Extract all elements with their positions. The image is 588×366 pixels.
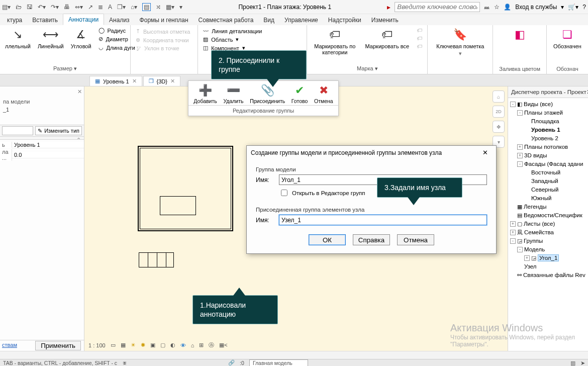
tree-node-20[interactable]: ⚯Связанные файлы Rev [510, 271, 587, 280]
ok-button[interactable]: ОК [309, 234, 346, 245]
menu-tab-9[interactable]: Изменить [366, 15, 404, 25]
tree-node-18[interactable]: +◲Угол_1 [510, 254, 587, 262]
tree-node-10[interactable]: Северный [510, 186, 587, 194]
tree-node-17[interactable]: -Модель [510, 245, 587, 254]
region[interactable]: ▨Область ▾ [203, 36, 302, 43]
expand-icon[interactable]: - [517, 247, 523, 252]
save-icon[interactable]: 🖫 [27, 4, 33, 11]
edit-type-button[interactable]: ✎Изменить тип [35, 126, 82, 135]
detail-group-name-input[interactable] [279, 215, 487, 225]
group-tool-Добавить[interactable]: ➕Добавить [192, 84, 218, 104]
infocenter-icon[interactable]: ⅏ [484, 4, 490, 11]
view-tab-0[interactable]: ▦Уровень 1✕ [89, 76, 142, 86]
close-tab-icon[interactable]: ✕ [132, 78, 137, 84]
tree-node-8[interactable]: Восточный [510, 168, 587, 177]
app-menu-icon[interactable]: ▤▾ [2, 4, 11, 11]
group-tool-Отмена[interactable]: ✖Отмена [313, 84, 334, 104]
customize-qat-icon[interactable]: ▾ [179, 4, 182, 11]
expand-icon[interactable]: + [524, 255, 530, 261]
sun-path-icon[interactable]: ☀ [131, 342, 136, 348]
print-icon[interactable]: 🖶 [64, 4, 70, 11]
expand-icon[interactable]: - [510, 238, 516, 244]
tree-node-5[interactable]: +Планы потолков [510, 143, 587, 151]
help-button[interactable]: Справка [353, 234, 390, 245]
dim-caption[interactable]: Размер ▾ [5, 64, 125, 74]
tag-by-category[interactable]: 🏷Маркировать по категории [312, 27, 357, 55]
open-editor-check[interactable] [281, 190, 287, 196]
menu-tab-1[interactable]: Вставить [27, 15, 63, 25]
reveal-constraints-icon[interactable]: ⊞ [199, 342, 204, 348]
align-icon[interactable]: ↗ [88, 4, 93, 11]
menu-tab-3[interactable]: Анализ [104, 15, 135, 25]
temp-hide-icon[interactable]: ◐ [170, 342, 175, 348]
dim-arc[interactable]: ◡Длина дуги [99, 44, 135, 51]
keynote[interactable]: 🔖Ключевая пометка▾ [433, 27, 487, 57]
tree-node-9[interactable]: Западный [510, 177, 587, 186]
symbol[interactable]: ❏Обозначен [552, 27, 583, 49]
highlight-icon[interactable]: ▦< [219, 342, 227, 348]
apply-button[interactable]: Применить [35, 341, 81, 350]
tree-node-7[interactable]: -Фасады (Фасад здани [510, 160, 587, 168]
analytical-icon[interactable]: ⓐ [209, 341, 214, 349]
nav-home-icon[interactable]: ⌂ [493, 90, 505, 103]
expand-icon[interactable]: + [517, 144, 523, 150]
exchange-icon[interactable]: 🛒▾ [568, 4, 578, 11]
tree-node-11[interactable]: Южный [510, 194, 587, 203]
type-dropdown[interactable] [2, 126, 33, 135]
cursor-icon[interactable]: ➤ [580, 360, 585, 366]
text-icon[interactable]: A [108, 4, 112, 11]
tree-node-4[interactable]: Уровень 2 [510, 134, 587, 143]
expand-icon[interactable]: - [517, 161, 523, 167]
menu-tab-2[interactable]: Аннотации [63, 14, 104, 25]
crop-view-icon[interactable]: ▣ [150, 342, 155, 348]
menu-tab-0[interactable]: ктура [2, 15, 27, 25]
switch-windows-icon[interactable]: ▦▾ [166, 4, 174, 11]
tree-node-19[interactable]: Узел [510, 262, 587, 271]
cancel-button[interactable]: Отмена [397, 234, 434, 245]
group-tool-Готово[interactable]: ✔Готово [290, 84, 309, 104]
tree-node-2[interactable]: Площадка [510, 117, 587, 126]
signin-caret[interactable]: ▾ [561, 4, 564, 11]
menu-tab-5[interactable]: Совместная работа [193, 15, 259, 25]
signin-icon[interactable]: 👤 [504, 4, 511, 11]
status-icon[interactable]: ⛯ [122, 360, 128, 366]
view-tab-1[interactable]: ❒{3D}✕ [143, 76, 180, 86]
visual-style-icon[interactable]: ▦ [121, 342, 126, 348]
menu-tab-8[interactable]: Надстройки [323, 15, 366, 25]
filter-icon[interactable]: ▥ [570, 360, 575, 366]
fill-color[interactable]: ◧ [504, 27, 535, 42]
mark-caption[interactable]: Марка ▾ [312, 64, 422, 74]
measure-icon[interactable]: ⇔▾ [75, 4, 83, 11]
3d-icon[interactable]: ❒▾ [117, 4, 126, 11]
prop-val-1[interactable]: 0.0 [12, 152, 84, 158]
close-hidden-icon[interactable]: ▤ [142, 3, 151, 11]
section-icon[interactable]: ⌂▾ [131, 4, 137, 11]
undo-icon[interactable]: ↶▾ [38, 4, 46, 11]
tree-node-0[interactable]: -◧Виды (все) [510, 100, 587, 109]
tree-node-16[interactable]: -◲Группы [510, 237, 587, 245]
tree-node-14[interactable]: +▢Листы (все) [510, 220, 587, 228]
tree-node-15[interactable]: +凬Семейства [510, 228, 587, 237]
sync-icon[interactable]: ⤭ [156, 4, 161, 11]
tree-node-3[interactable]: Уровень 1 [510, 126, 587, 134]
detail-level-icon[interactable]: ▭ [111, 342, 116, 348]
help-icon[interactable]: ? [582, 4, 586, 11]
expand-icon[interactable]: - [517, 110, 523, 116]
expand-icon[interactable]: - [510, 102, 516, 107]
worksharing-icon[interactable]: ⌂ [191, 342, 194, 348]
open-icon[interactable]: 🗁 [16, 4, 22, 11]
dim-diameter[interactable]: ⊘Диаметр [99, 36, 135, 42]
redo-icon[interactable]: ↷▾ [51, 4, 59, 11]
close-tab-icon[interactable]: ✕ [170, 78, 175, 84]
expand-icon[interactable]: + [510, 221, 516, 227]
comm-icon[interactable]: ☆ [494, 4, 500, 11]
signin-label[interactable]: Вход в службы [515, 4, 557, 11]
expand-icon[interactable]: + [517, 153, 523, 158]
reveal-hidden-icon[interactable]: 👁 [180, 342, 186, 348]
search-input[interactable] [395, 2, 480, 12]
tree-node-12[interactable]: ▦Легенды [510, 203, 587, 211]
dim-linear[interactable]: ⟷Линейный [38, 27, 64, 49]
shadows-icon[interactable]: ✺ [141, 342, 145, 348]
tree-node-1[interactable]: -Планы этажей [510, 109, 587, 117]
nav-2d-icon[interactable]: 2D [493, 106, 505, 118]
